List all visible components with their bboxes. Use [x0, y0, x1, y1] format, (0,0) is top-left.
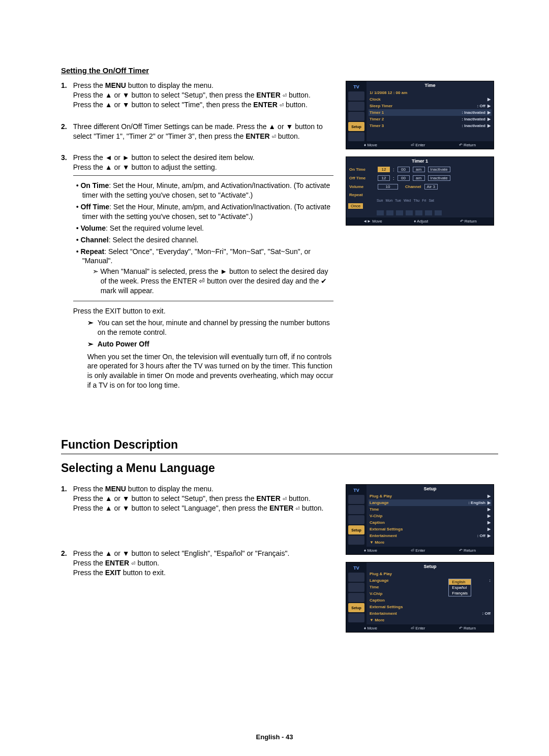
text: Press the ▲ or ▼ button to select "Engli…	[73, 549, 290, 557]
row-value: : English	[468, 500, 485, 505]
chevron-right-icon: ▶	[487, 110, 491, 115]
row-value: : Inactivated	[462, 110, 485, 115]
step-num: 3.	[61, 153, 67, 390]
row-label: V-Chip	[370, 514, 382, 518]
row-label: Time	[370, 507, 379, 512]
text: Press the	[73, 559, 105, 567]
text: button to display the menu.	[126, 81, 214, 89]
opt-text: : Set the required volume level.	[106, 224, 204, 232]
osd-setup-menu: TV Setup Setup Plug & Play▶ Language: En…	[346, 484, 494, 555]
enter-icon: ⏎	[280, 101, 284, 109]
arrow-icon: ➣	[93, 267, 99, 275]
min-box: 00	[398, 175, 410, 181]
day-check	[377, 210, 384, 215]
heading-function-description: Function Description	[61, 438, 498, 454]
note-text: You can set the hour, minute and channel…	[98, 318, 333, 337]
day-check	[435, 210, 442, 215]
row-label: Entertainment	[370, 533, 397, 538]
text: button.	[287, 494, 311, 502]
datetime: 1/ 1/2008 12 : 00 am	[370, 90, 407, 95]
row-label: Entertainment	[370, 611, 397, 616]
row-value: : Off	[477, 104, 485, 108]
tv-badge: TV	[353, 564, 359, 572]
text: Press the	[73, 81, 105, 89]
page-footer: English - 43	[0, 733, 549, 741]
bar-move: Move	[367, 143, 377, 147]
timer-instructions: 1. Press the MENU button to display the …	[61, 81, 333, 402]
tv-badge: TV	[353, 487, 359, 494]
enter-label: ENTER	[269, 504, 293, 512]
text: Press the ▲ or ▼ button to select "Langu…	[73, 504, 269, 512]
lang-option-francais: Français	[449, 590, 471, 596]
updown-icon: ♦	[364, 626, 366, 631]
opt-text: : Select "Once", "Everyday", "Mon~Fri", …	[82, 247, 311, 265]
lr-icon: ◄►	[363, 219, 371, 224]
r-label: Repeat	[349, 193, 375, 197]
vol-box: 10	[378, 184, 398, 190]
menu-label: MENU	[105, 485, 126, 493]
enter-label: ENTER	[105, 559, 129, 567]
enter-icon: ⏎	[283, 91, 287, 99]
osd-timer-detail: Timer 1 On Time 12:00 am Inactivate Off …	[346, 156, 494, 226]
text: button.	[300, 504, 324, 512]
hour-box: 12	[378, 175, 390, 181]
r-label: On Time	[349, 167, 375, 172]
r-label: Off Time	[349, 176, 375, 180]
text: Press the	[73, 485, 105, 493]
return-icon: ↶	[459, 548, 463, 553]
step-num: 2.	[61, 549, 67, 578]
row-value: : Off	[482, 611, 491, 616]
row-label: Timer 2	[370, 117, 384, 121]
return-icon: ↶	[459, 626, 463, 631]
row-label: External Settings	[370, 527, 403, 531]
row-label: V-Chip	[370, 591, 382, 596]
updown-icon: ♦	[364, 548, 366, 553]
bar-move: Move	[367, 548, 377, 553]
bar-move: Move	[367, 626, 377, 631]
text: Press the ▲ or ▼ button to select "Setup…	[73, 91, 257, 99]
osd-title: Timer 1	[346, 157, 494, 165]
row-label: Language	[370, 578, 389, 583]
chevron-right-icon: ▶	[487, 104, 491, 108]
text: Press the ▲ or ▼ button to adjust the se…	[73, 163, 217, 171]
row-label: Timer 1	[370, 110, 384, 115]
bar-return: Return	[464, 143, 476, 147]
exit-line: Press the EXIT button to exit.	[73, 307, 166, 315]
row-label: Plug & Play	[370, 572, 392, 576]
osd-title: Setup	[369, 563, 492, 571]
r-label: Volume	[349, 184, 375, 189]
return-icon: ↶	[460, 219, 464, 224]
day-check	[386, 210, 393, 215]
row-value: : Inactivated	[462, 117, 485, 121]
row-value: : Inactivated	[462, 123, 485, 128]
tv-badge: TV	[353, 83, 359, 90]
opt-label: Repeat	[80, 247, 104, 256]
row-label: Clock	[370, 97, 381, 102]
side-slab	[348, 573, 364, 582]
enter-icon: ⏎	[411, 143, 414, 147]
enter-label: ENTER	[253, 101, 277, 109]
row-label: Caption	[370, 598, 385, 603]
side-setup: Setup	[348, 122, 364, 131]
osd-title: Setup	[369, 486, 492, 493]
channel-box: Air 3	[424, 184, 438, 190]
side-slab	[348, 583, 364, 592]
opt-label: Off Time	[80, 203, 109, 211]
opt-text: : Set the Hour, Minute, am/pm, and Activ…	[82, 181, 330, 199]
opt-label: On Time	[80, 181, 109, 190]
bar-enter: Enter	[415, 626, 425, 631]
ampm-box: am	[413, 167, 425, 172]
chevron-right-icon: ▶	[487, 533, 491, 538]
chevron-right-icon: ▶	[487, 117, 491, 121]
day-check	[415, 210, 422, 215]
bar-enter: Enter	[415, 143, 425, 147]
chevron-right-icon: ▶	[487, 123, 491, 128]
side-setup: Setup	[348, 525, 364, 534]
text: button to exit.	[121, 569, 166, 577]
language-instructions: 1. Press the MENU button to display the …	[61, 484, 333, 640]
heading-selecting-language: Selecting a Menu Language	[61, 461, 498, 477]
enter-icon: ⏎	[283, 494, 287, 502]
once-box: Once	[348, 203, 363, 209]
min-box: 00	[398, 167, 410, 172]
opt-text: : Select the desired channel.	[109, 236, 199, 244]
